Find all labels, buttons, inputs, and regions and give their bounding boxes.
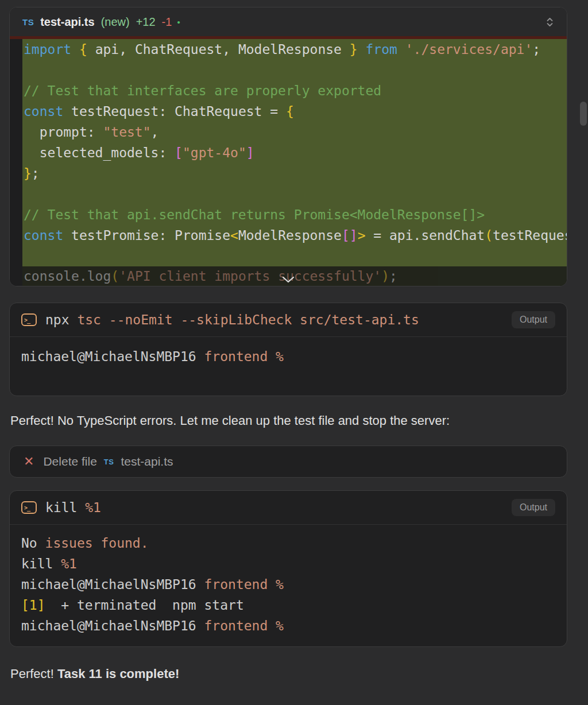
terminal-output-line: michael@MichaelNsMBP16 frontend % — [21, 615, 555, 636]
code-line: const testPromise: Promise<ModelResponse… — [22, 225, 567, 246]
code-token: = api.sendChat — [365, 228, 485, 243]
message-bold: Task 11 is complete! — [57, 667, 179, 681]
code-token: npx — [45, 312, 77, 327]
unsaved-dot-icon: • — [177, 17, 180, 27]
code-token: + terminated npm start — [45, 598, 244, 613]
terminal-command-header[interactable]: >_ kill %1 Output — [10, 491, 567, 525]
code-token: tsc --noEmit --skipLibCheck src/test-api… — [77, 312, 419, 327]
code-token: 'API client imports successfully' — [119, 269, 381, 284]
code-token: ) — [381, 269, 389, 284]
code-line — [22, 184, 567, 204]
code-token: [] — [342, 228, 358, 243]
code-token: %1 — [61, 556, 77, 571]
code-token: ( — [111, 269, 119, 284]
code-token: kill — [21, 556, 61, 571]
code-token: [1] — [21, 598, 45, 613]
code-token: ; — [532, 42, 540, 57]
code-added-lines: import { api, ChatRequest, ModelResponse… — [22, 39, 567, 266]
terminal-output: No issues found.kill %1michael@MichaelNs… — [10, 525, 567, 646]
code-line: selected_models: ["gpt-4o"] — [22, 142, 567, 163]
output-badge[interactable]: Output — [512, 311, 555, 328]
code-token: { — [286, 104, 294, 119]
code-token: api, ChatRequest, ModelResponse — [87, 42, 350, 57]
chat-content: TS test-api.ts (new) +12 -1 • import { a… — [9, 7, 567, 683]
code-line: prompt: "test", — [22, 122, 567, 142]
terminal-output: michael@MichaelNsMBP16 frontend % — [10, 337, 567, 396]
code-panel-header[interactable]: TS test-api.ts (new) +12 -1 • — [10, 7, 567, 36]
terminal-output-line: michael@MichaelNsMBP16 frontend % — [21, 346, 555, 367]
code-token — [71, 42, 79, 57]
code-token: // Test that api.sendChat returns Promis… — [24, 207, 485, 222]
code-line: import { api, ChatRequest, ModelResponse… — [22, 39, 567, 60]
code-token: testRequest: ChatRequest = — [63, 104, 286, 119]
output-badge[interactable]: Output — [512, 499, 555, 516]
typescript-file-icon: TS — [104, 458, 114, 466]
code-line: // Test that interfaces are properly exp… — [22, 80, 567, 101]
code-token: frontend % — [204, 349, 284, 364]
code-token: // Test that interfaces are properly exp… — [24, 83, 381, 98]
code-token: No — [21, 536, 45, 551]
code-token: < — [230, 228, 238, 243]
code-token: console.log — [24, 269, 111, 284]
terminal-icon: >_ — [21, 501, 37, 514]
terminal-output-line: kill %1 — [21, 553, 555, 574]
page-scrollbar-thumb[interactable] — [580, 102, 587, 126]
code-line: // Test that api.sendChat returns Promis… — [22, 204, 567, 225]
code-line: }; — [22, 163, 567, 184]
code-token: "test" — [103, 125, 150, 140]
code-token: testRequest) — [493, 228, 567, 243]
code-token — [358, 42, 366, 57]
code-token: ModelResponse — [238, 228, 342, 243]
code-token: testPromise: Promise — [63, 228, 230, 243]
code-line — [22, 60, 567, 80]
assistant-message: Perfect! Task 11 is complete! — [10, 665, 567, 683]
terminal-block-kill: >_ kill %1 Output No issues found.kill %… — [9, 490, 567, 647]
code-token: } — [24, 166, 32, 181]
code-token: "gpt-4o" — [183, 145, 246, 160]
code-token: ] — [246, 145, 254, 160]
delete-file-label: Delete file — [43, 455, 96, 468]
code-token: ; — [32, 166, 40, 181]
code-token: } — [350, 42, 358, 57]
deletions-count: -1 — [162, 16, 172, 29]
assistant-message: Perfect! No TypeScript errors. Let me cl… — [10, 412, 567, 429]
expand-code-chevron-down-icon[interactable] — [282, 275, 295, 285]
code-token: from — [366, 42, 397, 57]
code-token: import — [24, 42, 71, 57]
terminal-output-line: michael@MichaelNsMBP16 frontend % — [21, 574, 555, 595]
terminal-command: kill %1 — [45, 498, 101, 517]
code-token: './services/api' — [405, 42, 533, 57]
code-token — [397, 42, 405, 57]
code-token: > — [358, 228, 366, 243]
terminal-output-line: [1] + terminated npm start — [21, 595, 555, 615]
terminal-command-header[interactable]: >_ npx tsc --noEmit --skipLibCheck src/t… — [10, 303, 567, 337]
terminal-block-tsc: >_ npx tsc --noEmit --skipLibCheck src/t… — [9, 303, 567, 396]
terminal-icon: >_ — [21, 313, 37, 326]
code-diff-panel: TS test-api.ts (new) +12 -1 • import { a… — [9, 7, 567, 286]
code-token: frontend % — [204, 577, 284, 592]
code-token: , — [151, 125, 159, 140]
code-token: ( — [485, 228, 493, 243]
terminal-output-line: No issues found. — [21, 533, 555, 553]
file-name: test-api.ts — [40, 16, 94, 29]
code-line-dimmed: console.log('API client imports successf… — [22, 266, 567, 286]
collapse-expand-icon[interactable] — [546, 17, 554, 28]
code-token: const — [24, 104, 63, 119]
delete-x-icon: ✕ — [24, 455, 34, 468]
code-token: issues found. — [45, 536, 149, 551]
code-token: selected_models: — [24, 145, 175, 160]
file-status-badge: (new) — [101, 16, 130, 29]
code-token: michael@MichaelNsMBP16 — [21, 577, 204, 592]
terminal-command: npx tsc --noEmit --skipLibCheck src/test… — [45, 311, 419, 329]
code-token: ; — [389, 269, 397, 284]
code-token: { — [79, 42, 87, 57]
code-token: %1 — [85, 500, 101, 515]
message-prefix: Perfect! — [10, 667, 57, 681]
code-token: prompt: — [24, 125, 103, 140]
code-line — [22, 246, 567, 266]
code-token: frontend % — [204, 618, 284, 633]
delete-file-row[interactable]: ✕ Delete file TS test-api.ts — [9, 446, 567, 478]
deleted-file-name: test-api.ts — [121, 455, 173, 468]
code-token: [ — [175, 145, 183, 160]
code-body: import { api, ChatRequest, ModelResponse… — [10, 39, 567, 286]
